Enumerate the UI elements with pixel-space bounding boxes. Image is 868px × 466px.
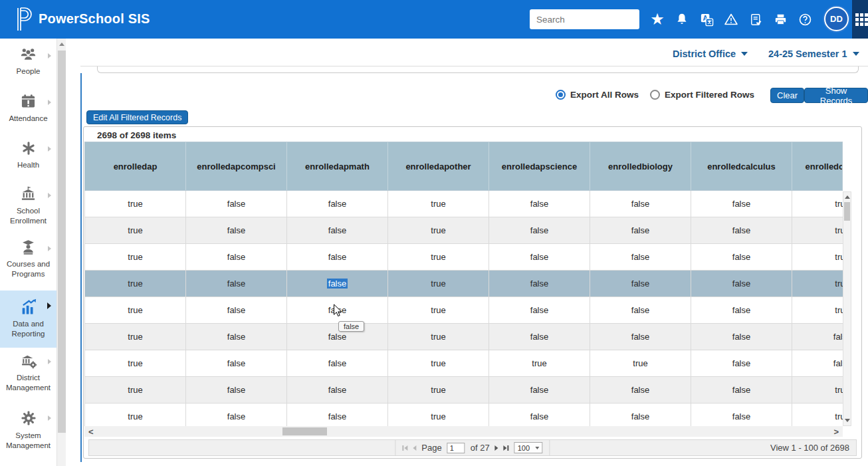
scroll-left-arrow-icon[interactable]: < [88,426,94,437]
show-records-button[interactable]: Show Records [804,88,868,103]
table-cell[interactable]: false [186,297,287,323]
scroll-down-arrow-icon[interactable] [845,419,850,422]
column-header-enrolledap[interactable]: enrolledap [85,142,186,190]
table-cell[interactable]: true [388,271,489,296]
export-filtered-rows-radio[interactable]: Export Filtered Rows [650,90,754,100]
table-cell[interactable]: false [287,377,388,403]
user-avatar[interactable]: DD [824,7,849,31]
sidebar-item-district-management[interactable]: District Management [0,352,56,393]
column-header-enrolledchemistry[interactable]: enrolledchemistry [792,142,843,190]
table-cell[interactable]: true [388,404,489,426]
table-cell[interactable]: false [287,404,388,426]
table-cell[interactable]: false [691,217,792,243]
table-row[interactable]: truefalsefalsetruefalsefalsefalsetrue [85,271,843,297]
table-cell[interactable]: true [388,350,489,376]
column-header-enrolledapmath[interactable]: enrolledapmath [287,142,388,190]
notifications-bell-icon[interactable] [673,11,691,28]
table-cell[interactable]: false [287,244,388,270]
table-cell[interactable]: false [489,324,590,350]
radio-unselected-icon[interactable] [650,90,660,100]
table-cell[interactable]: false [186,217,287,243]
sidebar-item-health[interactable]: Health [0,140,56,170]
table-cell[interactable]: false [489,217,590,243]
edit-all-filtered-records-button[interactable]: Edit All Filtered Records [86,110,188,124]
table-cell[interactable]: false [691,191,792,217]
translation-icon[interactable]: A [698,11,715,28]
table-cell[interactable]: false [287,191,388,217]
table-cell[interactable]: true [85,350,186,376]
table-cell[interactable]: false [186,271,287,296]
table-cell[interactable]: true [85,271,186,296]
column-header-enrolledcalculus[interactable]: enrolledcalculus [691,142,792,190]
sidebar-item-school-enrollment[interactable]: School Enrollment [0,186,56,226]
table-cell[interactable]: true [388,324,489,350]
powerschool-logo-icon[interactable] [13,6,35,35]
table-cell[interactable]: true [792,244,843,270]
column-header-enrolledapother[interactable]: enrolledapother [388,142,489,190]
table-cell[interactable]: false [489,244,590,270]
table-row[interactable]: truefalsefalsetruefalsefalsefalsetrue [85,297,843,324]
table-cell[interactable]: false [691,377,792,403]
table-cell[interactable]: false [489,191,590,217]
page-size-select[interactable]: 100 [514,442,543,453]
table-cell[interactable]: true [85,297,186,323]
favorites-star-icon[interactable]: ★ [649,11,666,28]
table-cell[interactable]: true [489,350,590,376]
table-cell[interactable]: false [489,404,590,426]
table-cell[interactable]: false [792,350,843,376]
table-horizontal-scrollbar[interactable]: < > [84,426,843,437]
table-cell[interactable]: false [489,271,590,296]
apps-grid-icon[interactable] [855,13,868,29]
table-cell[interactable]: false [691,350,792,376]
table-cell[interactable]: false [590,217,691,243]
table-cell[interactable]: false [287,324,388,350]
table-cell[interactable]: false [691,297,792,323]
table-row[interactable]: truefalsefalsetruefalsefalsefalsetrue [85,191,843,217]
table-cell[interactable]: false [691,244,792,270]
sidebar-scrollbar[interactable] [56,39,66,466]
table-cell[interactable]: false [287,217,388,243]
scroll-up-arrow-icon[interactable] [59,43,64,46]
table-cell[interactable]: false [186,244,287,270]
table-cell[interactable]: true [388,217,489,243]
table-cell[interactable]: false [287,350,388,376]
table-cell[interactable]: true [792,404,843,426]
column-header-enrolledapcompsci[interactable]: enrolledapcompsci [186,142,287,190]
table-cell[interactable]: false [186,324,287,350]
table-cell[interactable]: true [85,244,186,270]
table-cell[interactable]: false [489,297,590,323]
table-cell[interactable]: false [590,404,691,426]
table-cell[interactable]: false [590,297,691,323]
table-cell[interactable]: true [388,244,489,270]
table-cell[interactable]: false [590,191,691,217]
table-cell[interactable]: false [287,271,388,296]
term-selector[interactable]: 24-25 Semester 1 [768,49,859,59]
column-header-enrolledapscience[interactable]: enrolledapscience [489,142,590,190]
table-vertical-scrollbar[interactable] [843,191,851,426]
table-cell[interactable]: false [590,271,691,296]
table-row[interactable]: truefalsefalsetruefalsefalsefalsetrue [85,217,843,244]
table-cell[interactable]: false [792,324,843,350]
first-page-button[interactable] [402,445,407,451]
table-cell[interactable]: false [590,377,691,403]
column-header-enrolledbiology[interactable]: enrolledbiology [590,142,691,190]
clear-button[interactable]: Clear [770,88,804,103]
table-cell[interactable]: false [691,404,792,426]
table-cell[interactable]: false [186,191,287,217]
reports-checklist-icon[interactable] [747,11,764,28]
table-cell[interactable]: true [85,324,186,350]
alerts-warning-icon[interactable] [722,11,740,28]
selected-cell-text[interactable]: false [327,279,348,289]
last-page-button[interactable] [504,445,509,451]
table-cell[interactable]: true [85,191,186,217]
table-cell[interactable]: true [792,377,843,403]
school-selector[interactable]: District Office [673,49,748,59]
sidebar-item-attendance[interactable]: Attendance [0,93,56,124]
table-cell[interactable]: true [792,191,843,217]
search-box[interactable] [530,9,639,29]
scrollbar-thumb[interactable] [844,202,850,221]
table-cell[interactable]: false [186,404,287,426]
help-icon[interactable] [796,11,814,28]
table-cell[interactable]: true [85,404,186,426]
table-cell[interactable]: true [85,217,186,243]
